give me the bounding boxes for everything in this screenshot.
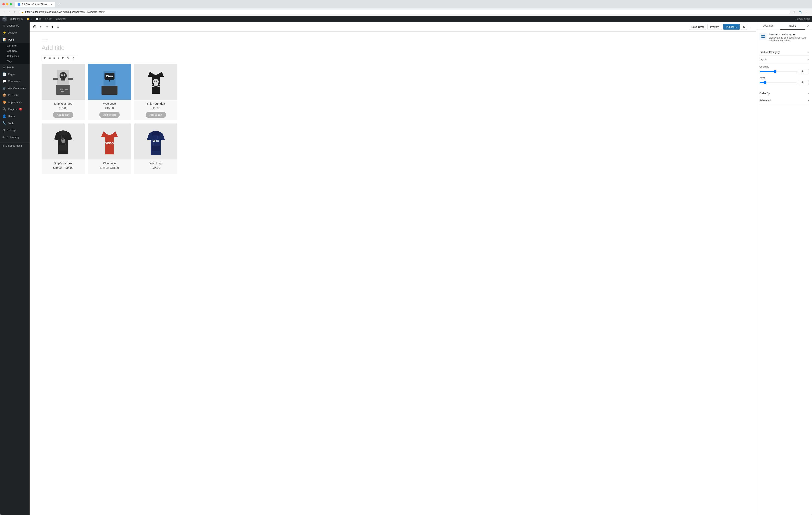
product-price: £15.00 — [90, 107, 129, 110]
rows-label: Rows — [759, 76, 809, 79]
section-title: Advanced — [759, 99, 771, 102]
submenu-tags[interactable]: Tags — [0, 59, 30, 64]
media-icon: 🖼 — [2, 65, 6, 69]
browser-tab[interactable]: Edit Post ‹ Outdoor Fin — Wo… ✕ — [15, 2, 55, 7]
columns-slider[interactable] — [759, 70, 797, 73]
align-right-button[interactable]: ≡ — [57, 56, 61, 60]
save-draft-button[interactable]: Save Draft — [689, 24, 706, 30]
add-to-cart-button[interactable]: Add to cart — [53, 112, 74, 118]
address-bar[interactable]: 🔒 https://outdoor-fin.jurassic.ninja/wp-… — [19, 9, 790, 14]
section-header-product-category[interactable]: Product Category ▾ — [759, 49, 809, 56]
sidebar-item-plugins[interactable]: 🔌 Plugins 1 — [0, 106, 30, 113]
svg-text:Woo: Woo — [106, 74, 113, 78]
title-divider — [41, 39, 48, 40]
sidebar-item-media[interactable]: 🖼 Media — [0, 64, 30, 71]
extension-button[interactable]: 🔧 — [798, 10, 804, 14]
back-button[interactable]: ‹ — [2, 10, 6, 14]
redo-button[interactable]: ↪ — [45, 24, 50, 29]
section-advanced: Advanced ▾ — [759, 97, 809, 104]
sidebar-item-dashboard[interactable]: ⊞ Dashboard — [0, 22, 30, 29]
maximize-traffic-light[interactable] — [9, 3, 12, 5]
add-block-button[interactable] — [32, 24, 37, 29]
browser-window: Edit Post ‹ Outdoor Fin — Wo… ✕ + ‹ › ↻ … — [0, 0, 812, 515]
browser-toolbar: ‹ › ↻ 🔒 https://outdoor-fin.jurassic.nin… — [0, 8, 812, 16]
post-title-field[interactable]: Add title — [41, 44, 744, 52]
rows-number-input[interactable] — [799, 80, 809, 85]
product-name: Ship Your Idea — [44, 102, 82, 105]
sidebar-item-pages[interactable]: 📄 Pages — [0, 71, 30, 78]
block-info: Products by Category Display a grid of p… — [759, 33, 809, 46]
sidebar-item-comments[interactable]: 💬 Comments — [0, 78, 30, 85]
reload-button[interactable]: ↻ — [12, 10, 17, 14]
product-card: Ship Your Idea £30.00 – £35.00 — [41, 123, 85, 174]
collapse-menu-button[interactable]: ◀ Collapse menu — [0, 142, 30, 149]
product-info: Ship Your Idea £20.00 Add to cart — [134, 100, 177, 120]
admin-bar-comments-count[interactable]: 💬 0 — [34, 16, 42, 22]
settings-button[interactable]: ⚙ — [741, 24, 747, 30]
admin-bar-site-name[interactable]: Outdoor Fin — [8, 16, 25, 22]
list-view-button[interactable]: ☰ — [55, 24, 60, 29]
sidebar-item-gutenberg[interactable]: ✏ Gutenberg — [0, 134, 30, 141]
editor-area: ↩ ↪ ℹ ☰ Save Draft Preview Publish… ⚙ ⋮ … — [30, 22, 756, 515]
columns-number-input[interactable] — [799, 69, 809, 74]
undo-button[interactable]: ↩ — [39, 24, 44, 29]
close-traffic-light[interactable] — [2, 3, 5, 5]
svg-rect-30 — [59, 145, 67, 150]
block-info-text: Products by Category Display a grid of p… — [768, 33, 809, 42]
rows-slider[interactable] — [759, 81, 797, 84]
svg-point-25 — [156, 81, 157, 82]
section-header-order-by[interactable]: Order By ▾ — [759, 90, 809, 97]
sidebar-item-products[interactable]: 📦 Products — [0, 92, 30, 99]
sidebar-item-tools[interactable]: 🔧 Tools — [0, 120, 30, 127]
svg-rect-46 — [761, 37, 763, 38]
more-options-button[interactable]: ⋮ — [71, 56, 76, 60]
svg-text:Woo: Woo — [105, 141, 114, 145]
sidebar-item-label: Tools — [8, 122, 14, 125]
wp-logo[interactable]: W — [2, 17, 7, 22]
section-header-advanced[interactable]: Advanced ▾ — [759, 97, 809, 104]
sidebar-item-appearance[interactable]: 🎨 Appearance — [0, 99, 30, 106]
section-toggle-icon: ▴ — [808, 58, 809, 61]
tab-document[interactable]: Document — [756, 22, 780, 30]
publish-button[interactable]: Publish… — [723, 24, 740, 30]
product-info: Woo Logo £15.00 Add to cart — [88, 100, 131, 120]
submenu-all-posts[interactable]: All Posts — [0, 43, 30, 48]
align-left-button[interactable]: ≡ — [48, 56, 52, 60]
admin-bar-comments[interactable]: 🔔 1 — [25, 16, 34, 22]
add-to-cart-button[interactable]: Add to cart — [146, 112, 166, 118]
minimize-traffic-light[interactable] — [6, 3, 8, 5]
svg-rect-44 — [761, 35, 763, 36]
gutenberg-icon: ✏ — [2, 135, 5, 139]
block-icon — [759, 33, 766, 40]
section-header-layout[interactable]: Layout ▴ — [759, 56, 809, 63]
product-price: £15.00 — [44, 107, 82, 110]
info-button[interactable]: ℹ — [51, 24, 54, 29]
sidebar-item-label: WooCommerce — [8, 87, 26, 90]
tab-close-button[interactable]: ✕ — [51, 3, 53, 6]
admin-bar-view-post[interactable]: View Post — [54, 16, 68, 22]
align-center-button[interactable]: ≡ — [52, 56, 56, 60]
new-tab-button[interactable]: + — [57, 2, 61, 6]
edit-button[interactable]: ✎ — [66, 56, 70, 60]
preview-button[interactable]: Preview — [707, 24, 722, 30]
submenu-add-new[interactable]: Add New — [0, 48, 30, 54]
sidebar-item-posts[interactable]: 📝 Posts — [0, 36, 30, 43]
more-tools-button[interactable]: ⋮ — [749, 24, 754, 29]
sidebar-item-settings[interactable]: ⚙ Settings — [0, 127, 30, 134]
sidebar-item-label: Media — [7, 66, 14, 69]
svg-point-24 — [154, 81, 155, 82]
svg-point-36 — [63, 140, 64, 141]
sidebar-item-users[interactable]: 👤 Users — [0, 113, 30, 120]
tab-block[interactable]: Block — [780, 22, 805, 30]
forward-button[interactable]: › — [7, 10, 11, 14]
menu-button[interactable]: ⋮ — [804, 10, 810, 14]
sidebar-item-jetpack[interactable]: ⚡ Jetpack — [0, 29, 30, 36]
bookmark-button[interactable]: ☆ — [792, 10, 797, 14]
admin-bar-new[interactable]: + New — [42, 16, 53, 22]
panel-close-button[interactable]: ✕ — [805, 22, 812, 30]
align-wide-button[interactable]: ⊟ — [61, 56, 65, 60]
submenu-categories[interactable]: Categories — [0, 54, 30, 59]
add-to-cart-button[interactable]: Add to cart — [99, 112, 120, 118]
sidebar-item-woocommerce[interactable]: 🛒 WooCommerce — [0, 85, 30, 92]
block-type-button[interactable]: ⊞ — [43, 56, 48, 60]
